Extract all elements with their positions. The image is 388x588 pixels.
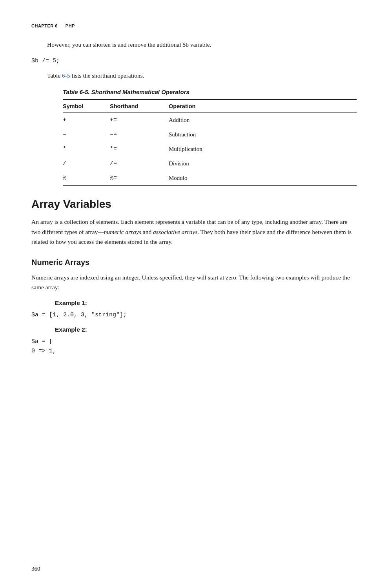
intro-paragraph: However, you can shorten is and remove t… — [47, 40, 357, 50]
cell-shorthand-divide: /= — [110, 156, 169, 171]
example1-code: $a = [1, 2.0, 3, "string"]; — [31, 310, 357, 320]
example2-code-line1: $a = [ — [31, 337, 357, 347]
table-ref-suffix: lists the shorthand operations. — [70, 72, 144, 79]
shorthand-operators-table: Symbol Shorthand Operation + += Addition… — [63, 99, 357, 186]
body-text-mid: and — [141, 229, 153, 235]
cell-shorthand-multiply: *= — [110, 142, 169, 156]
table-caption-rest: Shorthand Mathematical Operators — [90, 89, 189, 95]
code-text-shorthand: $b /= 5; — [31, 58, 60, 64]
body-italic-associative: associative arrays — [153, 229, 197, 235]
page-container: CHAPTER 6 PHP However, you can shorten i… — [0, 0, 388, 588]
cell-symbol-divide: / — [63, 156, 110, 171]
section-body-paragraph: An array is a collection of elements. Ea… — [31, 217, 357, 247]
cell-symbol-modulo: % — [63, 171, 110, 186]
example2-code-line2: 0 => 1, — [31, 347, 357, 356]
table-ref-link[interactable]: 6-5 — [62, 72, 70, 79]
subsection-heading-numeric-arrays: Numeric Arrays — [31, 258, 357, 267]
example2-label: Example 2: — [55, 326, 357, 333]
section-heading-array-variables: Array Variables — [31, 198, 357, 211]
table-caption-bold: Table 6-5. — [63, 89, 90, 95]
cell-symbol-plus: + — [63, 113, 110, 128]
chapter-label: CHAPTER 6 — [31, 24, 58, 28]
cell-shorthand-modulo: %= — [110, 171, 169, 186]
cell-shorthand-plus: += — [110, 113, 169, 128]
code-block-shorthand: $b /= 5; — [31, 57, 357, 66]
table-row: – –= Subtraction — [63, 127, 357, 142]
example2-code: $a = [ 0 => 1, — [31, 337, 357, 356]
example1-label: Example 1: — [55, 299, 357, 307]
cell-operation-division: Division — [169, 156, 357, 171]
cell-symbol-minus: – — [63, 127, 110, 142]
table-row: / /= Division — [63, 156, 357, 171]
table-header-row: Symbol Shorthand Operation — [63, 100, 357, 113]
body-italic-numeric: numeric arrays — [104, 229, 141, 235]
table-row: * *= Multiplication — [63, 142, 357, 156]
cell-operation-addition: Addition — [169, 113, 357, 128]
cell-operation-multiplication: Multiplication — [169, 142, 357, 156]
chapter-topic: PHP — [66, 24, 75, 28]
cell-symbol-multiply: * — [63, 142, 110, 156]
cell-operation-subtraction: Subtraction — [169, 127, 357, 142]
table-row: % %= Modulo — [63, 171, 357, 186]
cell-operation-modulo: Modulo — [169, 171, 357, 186]
cell-shorthand-minus: –= — [110, 127, 169, 142]
col-header-shorthand: Shorthand — [110, 100, 169, 113]
subsection-body-paragraph: Numeric arrays are indexed using an inte… — [31, 272, 357, 292]
table-ref-text: Table — [47, 72, 62, 79]
table-ref-paragraph: Table 6-5 lists the shorthand operations… — [47, 71, 357, 81]
table-caption: Table 6-5. Shorthand Mathematical Operat… — [63, 89, 357, 95]
chapter-header: CHAPTER 6 PHP — [31, 24, 357, 28]
col-header-symbol: Symbol — [63, 100, 110, 113]
page-number: 360 — [31, 566, 40, 572]
table-row: + += Addition — [63, 113, 357, 128]
col-header-operation: Operation — [169, 100, 357, 113]
